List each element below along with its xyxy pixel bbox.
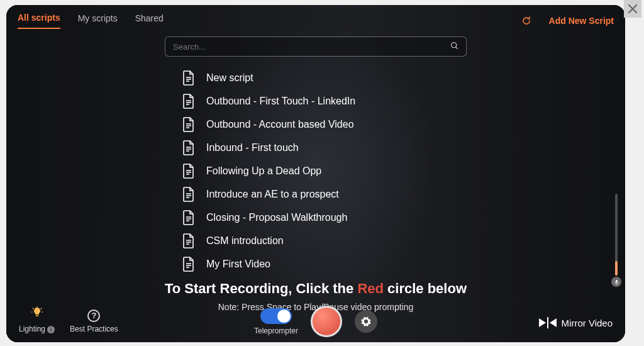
bottom-bar: Lightingi ? Best Practices Teleprompter [6,297,625,342]
document-icon [182,164,195,179]
tab-all-scripts[interactable]: All scripts [18,13,60,29]
settings-button[interactable] [355,310,377,333]
best-practices-label: Best Practices [70,325,118,333]
search-input[interactable] [173,42,450,52]
toggle-knob [277,310,291,323]
document-icon [182,233,195,248]
mirror-icon [539,317,557,328]
close-button[interactable] [624,0,641,18]
script-item[interactable]: Introduce an AE to a prospect [182,187,625,202]
script-item[interactable]: Outbound - Account based Video [182,117,625,132]
script-item[interactable]: Closing - Proposal Walkthrough [182,210,625,225]
document-icon [182,210,195,225]
add-new-script-button[interactable]: Add New Script [549,16,614,26]
refresh-icon [521,16,531,26]
audio-level [615,261,618,276]
document-icon [182,94,195,109]
info-icon: i [47,326,55,333]
mirror-video-button[interactable]: Mirror Video [539,317,613,328]
best-practices-button[interactable]: ? Best Practices [70,310,118,333]
gear-icon [360,316,372,327]
scripts-list: New script Outbound - First Touch - Link… [182,70,625,272]
script-item[interactable]: CSM introduction [182,233,625,248]
script-item[interactable]: Inbound - First touch [182,140,625,155]
search-box[interactable] [165,36,467,57]
teleprompter-label: Teleprompter [254,326,298,335]
document-icon [182,187,195,202]
script-label: My First Video [206,259,270,270]
document-icon [182,257,195,272]
script-label: Closing - Proposal Walkthrough [206,212,347,223]
instruction-main: To Start Recording, Click the Red circle… [6,281,625,297]
mic-icon[interactable] [611,277,621,287]
document-icon [182,70,195,86]
lightbulb-icon [31,306,43,322]
tab-shared[interactable]: Shared [135,13,164,28]
search-icon [450,42,458,52]
recorder-window: All scripts My scripts Shared Add New Sc… [6,5,625,342]
record-button[interactable] [311,306,342,337]
refresh-button[interactable] [521,16,531,26]
tabs-bar: All scripts My scripts Shared Add New Sc… [6,5,625,30]
script-item[interactable]: Following Up a Dead Opp [182,164,625,179]
tab-my-scripts[interactable]: My scripts [78,13,118,28]
script-item[interactable]: My First Video [182,257,625,272]
audio-meter [615,194,618,276]
svg-rect-2 [35,315,38,316]
script-label: New script [206,72,253,84]
close-icon [628,4,638,14]
help-icon: ? [87,310,100,322]
script-label: CSM introduction [206,235,284,247]
script-item[interactable]: New script [182,70,625,86]
lighting-button[interactable]: Lightingi [19,306,55,333]
script-label: Outbound - Account based Video [206,119,354,130]
script-label: Following Up a Dead Opp [206,165,321,177]
document-icon [182,140,195,155]
script-label: Inbound - First touch [206,142,299,153]
lighting-label: Lighting [19,325,45,333]
document-icon [182,117,195,132]
script-label: Introduce an AE to a prospect [206,189,339,200]
svg-rect-1 [616,279,618,282]
script-label: Outbound - First Touch - LinkedIn [206,96,355,107]
script-item[interactable]: Outbound - First Touch - LinkedIn [182,94,625,109]
teleprompter-toggle[interactable] [260,308,292,324]
mirror-label: Mirror Video [562,318,613,328]
